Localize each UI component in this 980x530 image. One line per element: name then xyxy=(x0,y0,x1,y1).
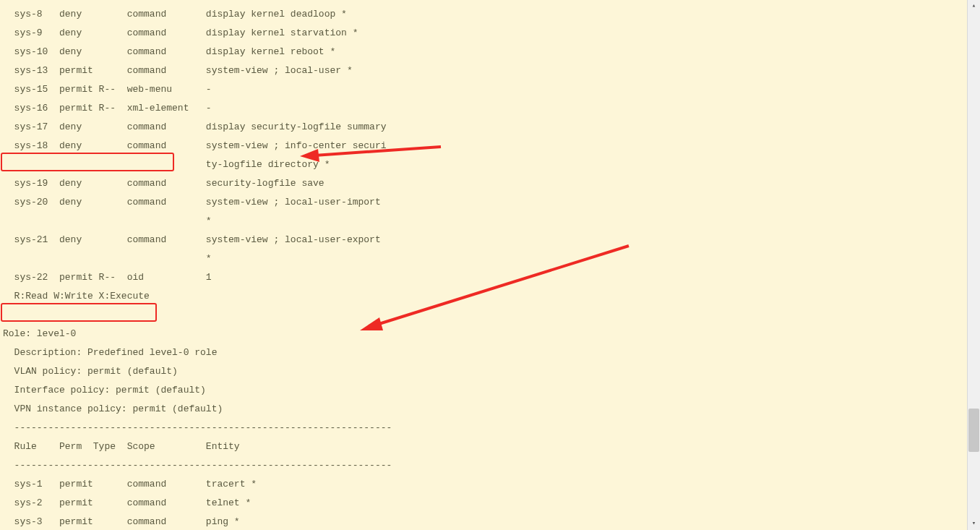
role-description: Description: Predefined level-0 role xyxy=(3,348,963,357)
table-row: sys-16 permit R-- xml-element - xyxy=(3,103,963,113)
scroll-up-button[interactable]: ▴ xyxy=(968,0,980,12)
table-row: sys-9 deny command display kernel starva… xyxy=(3,28,963,38)
table-row: sys-18 deny command system-view ; info-c… xyxy=(3,141,963,150)
table-row: sys-3 permit command ping * xyxy=(3,517,963,526)
table-header: Rule Perm Type Scope Entity xyxy=(3,442,963,451)
vlan-policy: VLAN policy: permit (default) xyxy=(3,367,963,376)
table-row: sys-8 deny command display kernel deadlo… xyxy=(3,9,963,19)
separator: ----------------------------------------… xyxy=(3,461,963,470)
interface-policy: Interface policy: permit (default) xyxy=(3,385,963,395)
separator: ----------------------------------------… xyxy=(3,423,963,432)
terminal-output[interactable]: sys-8 deny command display kernel deadlo… xyxy=(3,0,963,527)
table-row: sys-22 permit R-- oid 1 xyxy=(3,273,963,282)
legend-text: R:Read W:Write X:Execute xyxy=(3,291,963,301)
scroll-down-button[interactable]: ▾ xyxy=(968,518,980,530)
table-row: sys-20 deny command system-view ; local-… xyxy=(3,197,963,207)
table-row: sys-1 permit command tracert * xyxy=(3,479,963,489)
table-row: * xyxy=(3,216,963,226)
table-row: ty-logfile directory * xyxy=(3,160,963,169)
table-row: sys-17 deny command display security-log… xyxy=(3,122,963,132)
table-row: sys-15 permit R-- web-menu - xyxy=(3,85,963,94)
outer-scrollbar[interactable]: ▴ ▾ xyxy=(967,0,980,530)
table-row: sys-10 deny command display kernel reboo… xyxy=(3,47,963,56)
table-row: sys-19 deny command security-logfile sav… xyxy=(3,179,963,188)
table-row: * xyxy=(3,254,963,263)
scrollbar-thumb[interactable] xyxy=(968,409,979,452)
table-row: sys-21 deny command system-view ; local-… xyxy=(3,235,963,244)
role-header-level-0: Role: level-0 xyxy=(3,329,963,338)
table-row: sys-13 permit command system-view ; loca… xyxy=(3,66,963,75)
vpn-policy: VPN instance policy: permit (default) xyxy=(3,404,963,414)
table-row: sys-2 permit command telnet * xyxy=(3,498,963,508)
